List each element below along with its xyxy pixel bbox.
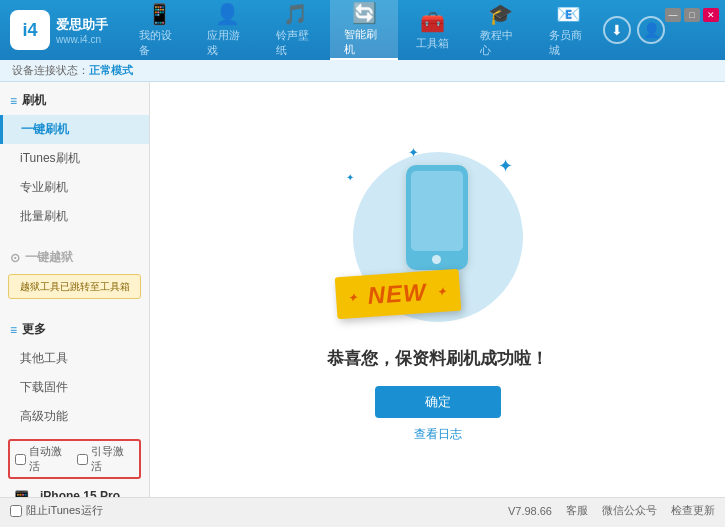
logo-name: 爱思助手 [56, 16, 108, 34]
sidebar-section-jailbreak-header: ⊙ 一键越狱 [0, 243, 149, 272]
status-bar: 设备连接状态： 正常模式 [0, 60, 725, 82]
my-device-icon: 📱 [147, 2, 172, 26]
device-name: iPhone 15 Pro Max [40, 489, 141, 497]
nav-tabs: 📱 我的设备 👤 应用游戏 🎵 铃声壁纸 🔄 智能刷机 🧰 工具箱 🎓 教程中心… [125, 0, 603, 60]
logo-icon: i4 [10, 10, 50, 50]
tab-tutorials[interactable]: 🎓 教程中心 [466, 0, 534, 60]
guide-activate-checkbox[interactable] [77, 454, 88, 465]
footer-right: V7.98.66 客服 微信公众号 检查更新 [508, 503, 715, 518]
sidebar-item-itunes-flash[interactable]: iTunes刷机 [0, 144, 149, 173]
phone-home-button [432, 255, 441, 264]
confirm-button[interactable]: 确定 [375, 386, 501, 418]
sidebar-section-flash: ≡ 刷机 一键刷机 iTunes刷机 专业刷机 批量刷机 [0, 82, 149, 235]
jailbreak-warning: 越狱工具已跳转至工具箱 [8, 274, 141, 299]
itunes-checkbox[interactable] [10, 505, 22, 517]
footer-link-support[interactable]: 客服 [566, 503, 588, 518]
status-prefix: 设备连接状态： [12, 63, 89, 78]
logo: i4 爱思助手 www.i4.cn [10, 10, 125, 50]
success-text: 恭喜您，保资料刷机成功啦！ [327, 347, 548, 370]
sidebar-item-batch-flash[interactable]: 批量刷机 [0, 202, 149, 231]
sparkle-1-icon: ✦ [498, 155, 513, 177]
header-right-controls: ⬇ 👤 [603, 16, 665, 44]
device-info: 📱 iPhone 15 Pro Max 512GB iPhone [0, 483, 149, 497]
device-icon: 📱 [8, 490, 35, 497]
main-content: ✦ ✦ ✦ ✦ NEW ✦ 恭喜您，保资料刷机成功啦！ 确定 查看日志 [150, 82, 725, 497]
toolbox-icon: 🧰 [420, 10, 445, 34]
tab-apps-games[interactable]: 👤 应用游戏 [193, 0, 261, 60]
ringtones-icon: 🎵 [283, 2, 308, 26]
tutorials-icon: 🎓 [488, 2, 513, 26]
download-button[interactable]: ⬇ [603, 16, 631, 44]
sidebar-item-advanced[interactable]: 高级功能 [0, 402, 149, 431]
tab-my-device[interactable]: 📱 我的设备 [125, 0, 193, 60]
more-section-icon: ≡ [10, 323, 17, 337]
version-label: V7.98.66 [508, 505, 552, 517]
close-button[interactable]: ✕ [703, 8, 719, 22]
smart-flash-icon: 🔄 [352, 1, 377, 25]
user-button[interactable]: 👤 [637, 16, 665, 44]
sparkle-3-icon: ✦ [346, 172, 354, 183]
apps-games-icon: 👤 [215, 2, 240, 26]
maximize-button[interactable]: □ [684, 8, 700, 22]
tab-smart-flash[interactable]: 🔄 智能刷机 [330, 0, 398, 60]
sidebar-item-other-tools[interactable]: 其他工具 [0, 344, 149, 373]
window-controls: — □ ✕ [665, 8, 719, 22]
footer-link-update[interactable]: 检查更新 [671, 503, 715, 518]
footer: 阻止iTunes运行 V7.98.66 客服 微信公众号 检查更新 [0, 497, 725, 523]
sparkle-2-icon: ✦ [408, 145, 419, 160]
jailbreak-icon: ⊙ [10, 251, 20, 265]
sidebar-section-more: ≡ 更多 其他工具 下载固件 高级功能 [0, 311, 149, 435]
footer-link-wechat[interactable]: 微信公众号 [602, 503, 657, 518]
tab-business[interactable]: 📧 务员商城 [535, 0, 603, 60]
sidebar: ≡ 刷机 一键刷机 iTunes刷机 专业刷机 批量刷机 ⊙ 一键越狱 [0, 82, 150, 497]
phone-illustration [406, 165, 468, 270]
tab-toolbox[interactable]: 🧰 工具箱 [398, 0, 466, 60]
tab-ringtones[interactable]: 🎵 铃声壁纸 [262, 0, 330, 60]
auto-activate-label[interactable]: 自动激活 [15, 444, 73, 474]
status-mode: 正常模式 [89, 63, 133, 78]
itunes-checkbox-label[interactable]: 阻止iTunes运行 [10, 503, 103, 518]
auto-activate-row: 自动激活 引导激活 [8, 439, 141, 479]
sidebar-section-flash-header: ≡ 刷机 [0, 86, 149, 115]
logo-url: www.i4.cn [56, 34, 108, 45]
success-illustration: ✦ ✦ ✦ ✦ NEW ✦ [328, 137, 548, 337]
sidebar-section-jailbreak: ⊙ 一键越狱 越狱工具已跳转至工具箱 [0, 239, 149, 307]
sidebar-item-pro-flash[interactable]: 专业刷机 [0, 173, 149, 202]
sidebar-section-more-header: ≡ 更多 [0, 315, 149, 344]
auto-activate-checkbox[interactable] [15, 454, 26, 465]
guide-activate-label[interactable]: 引导激活 [77, 444, 135, 474]
phone-screen [411, 171, 463, 251]
minimize-button[interactable]: — [665, 8, 681, 22]
flash-section-icon: ≡ [10, 94, 17, 108]
view-log-link[interactable]: 查看日志 [414, 426, 462, 443]
new-badge: ✦ NEW ✦ [334, 268, 461, 319]
sidebar-item-download-firmware[interactable]: 下载固件 [0, 373, 149, 402]
sidebar-item-one-key-flash[interactable]: 一键刷机 [0, 115, 149, 144]
business-icon: 📧 [556, 2, 581, 26]
